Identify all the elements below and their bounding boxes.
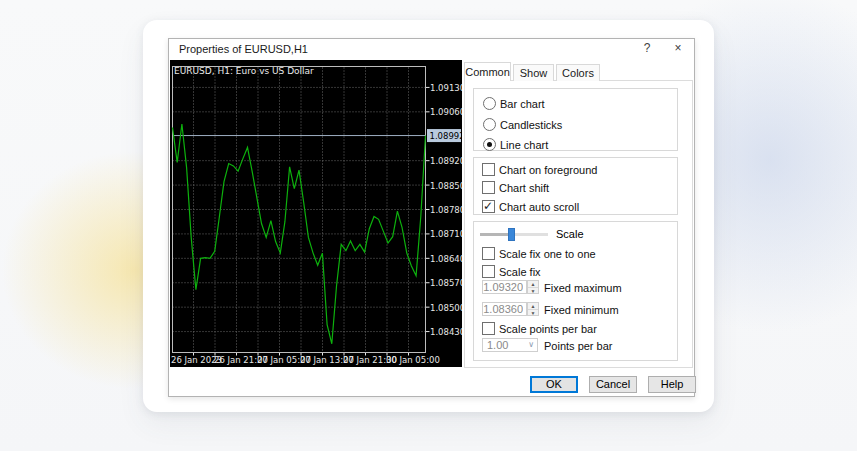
checkbox-scale-fix-one-to-one[interactable]: ✓ Scale fix one to one	[482, 247, 596, 260]
checkbox-chart-on-foreground[interactable]: ✓ Chart on foreground	[482, 163, 597, 176]
svg-text:1.08992: 1.08992	[430, 131, 463, 141]
fixed-minimum-input[interactable]	[482, 302, 527, 316]
checkbox-box: ✓	[482, 163, 495, 176]
checkbox-box: ✓	[482, 181, 495, 194]
svg-text:1.08640: 1.08640	[430, 254, 462, 264]
checkbox-label: Scale points per bar	[499, 323, 597, 335]
radio-circle	[483, 118, 496, 131]
svg-text:1.08430: 1.08430	[430, 327, 462, 337]
svg-text:1.08920: 1.08920	[430, 156, 462, 166]
radio-circle	[483, 97, 496, 110]
spinner-up-icon[interactable]: ▲	[528, 303, 538, 310]
help-icon[interactable]: ?	[639, 41, 655, 56]
svg-text:30 Jan 05:00: 30 Jan 05:00	[386, 355, 440, 365]
radio-label: Candlesticks	[500, 119, 562, 131]
scale-slider-fill	[480, 233, 511, 236]
fixed-minimum-spinner[interactable]: ▲ ▼	[527, 302, 539, 316]
checkbox-scale-fix[interactable]: ✓ Scale fix	[482, 265, 541, 278]
checkbox-box: ✓	[482, 200, 495, 213]
svg-text:EURUSD, H1: Euro vs US Dollar: EURUSD, H1: Euro vs US Dollar	[174, 66, 314, 76]
checkbox-box: ✓	[482, 322, 495, 335]
close-icon[interactable]: ×	[670, 41, 686, 56]
radio-line-chart[interactable]: Line chart	[483, 138, 548, 151]
cancel-button[interactable]: Cancel	[589, 376, 637, 393]
page-background: Properties of EURUSD,H1 ? × 1.091301.090…	[0, 0, 857, 451]
dialog-titlebar: Properties of EURUSD,H1 ? ×	[168, 38, 695, 59]
checkbox-scale-points-per-bar[interactable]: ✓ Scale points per bar	[482, 322, 597, 335]
points-per-bar-value: 1.00	[487, 339, 508, 352]
checkbox-label: Chart shift	[499, 182, 549, 194]
checkbox-chart-shift[interactable]: ✓ Chart shift	[482, 181, 549, 194]
price-chart-preview: 1.091301.090601.089921.089201.088501.087…	[170, 60, 462, 367]
spinner-down-icon[interactable]: ▼	[528, 288, 538, 294]
radio-candlesticks[interactable]: Candlesticks	[483, 118, 562, 131]
fixed-maximum-spinner[interactable]: ▲ ▼	[527, 280, 539, 294]
fixed-maximum-input[interactable]	[482, 280, 527, 294]
svg-text:1.08500: 1.08500	[430, 303, 462, 313]
checkbox-label: Scale fix one to one	[499, 248, 596, 260]
checkbox-chart-auto-scroll[interactable]: ✓ Chart auto scroll	[482, 200, 579, 213]
spinner-down-icon[interactable]: ▼	[528, 310, 538, 316]
svg-text:1.08850: 1.08850	[430, 181, 462, 191]
scale-slider-label: Scale	[556, 228, 584, 240]
scale-slider[interactable]	[480, 233, 548, 236]
svg-text:1.08570: 1.08570	[430, 278, 462, 288]
help-button[interactable]: Help	[648, 376, 696, 393]
checkbox-label: Chart on foreground	[499, 164, 597, 176]
checkbox-box: ✓	[482, 265, 495, 278]
ok-button[interactable]: OK	[530, 376, 578, 393]
svg-text:1.08710: 1.08710	[430, 229, 462, 239]
dialog-title: Properties of EURUSD,H1	[179, 43, 308, 55]
chevron-down-icon: ∨	[528, 339, 534, 351]
spinner-up-icon[interactable]: ▲	[528, 281, 538, 288]
checkbox-box: ✓	[482, 247, 495, 260]
radio-circle	[483, 138, 496, 151]
tab-show[interactable]: Show	[513, 64, 554, 81]
svg-text:1.09060: 1.09060	[430, 107, 462, 117]
radio-bar-chart[interactable]: Bar chart	[483, 97, 545, 110]
scale-slider-handle[interactable]	[508, 228, 515, 241]
radio-label: Bar chart	[500, 98, 545, 110]
svg-text:1.08780: 1.08780	[430, 205, 462, 215]
radio-label: Line chart	[500, 139, 548, 151]
checkbox-label: Scale fix	[499, 266, 541, 278]
tab-colors[interactable]: Colors	[556, 64, 600, 81]
fixed-minimum-label: Fixed minimum	[544, 304, 619, 316]
svg-text:1.09130: 1.09130	[430, 83, 462, 93]
fixed-maximum-label: Fixed maximum	[544, 282, 622, 294]
checkbox-label: Chart auto scroll	[499, 201, 579, 213]
tab-common[interactable]: Common	[464, 62, 511, 81]
points-per-bar-label: Points per bar	[544, 340, 612, 352]
chart-canvas: 1.091301.090601.089921.089201.088501.087…	[170, 60, 462, 367]
points-per-bar-select[interactable]: 1.00 ∨	[482, 338, 538, 352]
